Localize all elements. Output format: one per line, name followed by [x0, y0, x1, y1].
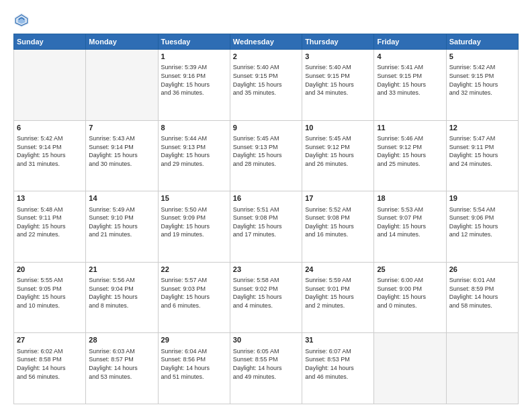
calendar-cell: 17Sunrise: 5:52 AMSunset: 9:08 PMDayligh…	[302, 191, 374, 263]
day-info: Sunset: 9:12 PM	[377, 143, 443, 152]
day-info: Daylight: 15 hours	[449, 151, 515, 160]
day-info: Sunrise: 5:44 AM	[161, 134, 227, 143]
day-info: and 33 minutes.	[377, 89, 443, 97]
day-info: and 24 minutes.	[449, 160, 515, 169]
calendar-cell: 13Sunrise: 5:48 AMSunset: 9:11 PMDayligh…	[14, 191, 86, 263]
header	[13, 12, 519, 28]
day-info: and 46 minutes.	[305, 373, 371, 381]
day-number: 25	[377, 265, 443, 275]
day-number: 24	[305, 265, 371, 275]
col-header-sunday: Sunday	[14, 34, 86, 50]
day-info: Sunrise: 5:58 AM	[233, 276, 299, 285]
week-row-3: 13Sunrise: 5:48 AMSunset: 9:11 PMDayligh…	[14, 191, 519, 263]
day-number: 12	[449, 123, 515, 133]
day-number: 31	[305, 335, 371, 345]
calendar-cell: 3Sunrise: 5:40 AMSunset: 9:15 PMDaylight…	[302, 50, 374, 121]
calendar-cell: 25Sunrise: 6:00 AMSunset: 9:00 PMDayligh…	[374, 262, 446, 333]
day-number: 19	[449, 193, 515, 203]
day-number: 5	[449, 52, 515, 62]
day-info: Sunset: 8:59 PM	[449, 285, 515, 293]
calendar-cell: 21Sunrise: 5:56 AMSunset: 9:04 PMDayligh…	[86, 262, 158, 333]
day-info: and 8 minutes.	[89, 302, 154, 310]
calendar-cell: 10Sunrise: 5:45 AMSunset: 9:12 PMDayligh…	[302, 120, 374, 191]
day-info: and 30 minutes.	[89, 160, 154, 169]
day-info: and 51 minutes.	[161, 373, 227, 381]
logo-icon	[13, 12, 30, 28]
day-info: Sunrise: 5:41 AM	[377, 63, 443, 72]
day-number: 13	[17, 193, 83, 203]
day-info: Sunset: 9:14 PM	[17, 143, 83, 152]
calendar-cell: 12Sunrise: 5:47 AMSunset: 9:11 PMDayligh…	[446, 120, 518, 191]
day-info: Sunset: 8:53 PM	[305, 355, 371, 364]
day-info: Sunset: 8:57 PM	[89, 355, 154, 364]
day-info: and 58 minutes.	[449, 302, 515, 310]
day-info: Daylight: 15 hours	[161, 151, 227, 160]
day-info: Daylight: 15 hours	[305, 81, 371, 89]
day-number: 17	[305, 193, 371, 203]
calendar-cell: 29Sunrise: 6:04 AMSunset: 8:56 PMDayligh…	[158, 333, 230, 404]
day-info: and 36 minutes.	[161, 89, 227, 97]
day-number: 9	[233, 123, 299, 133]
day-info: Sunset: 9:00 PM	[377, 285, 443, 293]
day-info: Daylight: 15 hours	[377, 81, 443, 89]
day-info: and 22 minutes.	[17, 230, 83, 239]
calendar-table: SundayMondayTuesdayWednesdayThursdayFrid…	[13, 34, 519, 404]
day-info: Daylight: 15 hours	[17, 293, 83, 302]
day-info: Sunrise: 5:49 AM	[89, 205, 154, 214]
day-number: 11	[377, 123, 443, 133]
day-number: 6	[17, 123, 83, 133]
col-header-wednesday: Wednesday	[230, 34, 302, 50]
day-info: Daylight: 14 hours	[449, 293, 515, 302]
day-number: 18	[377, 193, 443, 203]
calendar-cell: 27Sunrise: 6:02 AMSunset: 8:58 PMDayligh…	[14, 333, 86, 404]
day-info: Daylight: 15 hours	[233, 222, 299, 231]
day-info: and 21 minutes.	[89, 230, 154, 239]
day-info: Sunset: 9:15 PM	[449, 72, 515, 81]
day-info: Sunset: 9:11 PM	[17, 214, 83, 222]
calendar-cell: 8Sunrise: 5:44 AMSunset: 9:13 PMDaylight…	[158, 120, 230, 191]
day-info: and 2 minutes.	[305, 302, 371, 310]
day-info: Daylight: 15 hours	[377, 151, 443, 160]
calendar-cell: 31Sunrise: 6:07 AMSunset: 8:53 PMDayligh…	[302, 333, 374, 404]
day-info: Daylight: 15 hours	[17, 222, 83, 231]
day-info: Sunset: 9:15 PM	[233, 72, 299, 81]
day-info: Daylight: 15 hours	[89, 151, 154, 160]
day-info: and 16 minutes.	[305, 230, 371, 239]
day-info: Sunrise: 6:03 AM	[89, 347, 154, 356]
day-info: and 56 minutes.	[17, 373, 83, 381]
day-info: Sunset: 9:11 PM	[449, 143, 515, 152]
day-info: Sunrise: 5:40 AM	[233, 63, 299, 72]
calendar-cell: 5Sunrise: 5:42 AMSunset: 9:15 PMDaylight…	[446, 50, 518, 121]
calendar-cell: 23Sunrise: 5:58 AMSunset: 9:02 PMDayligh…	[230, 262, 302, 333]
day-info: Sunset: 9:15 PM	[377, 72, 443, 81]
calendar-cell: 14Sunrise: 5:49 AMSunset: 9:10 PMDayligh…	[86, 191, 158, 263]
day-info: Daylight: 15 hours	[305, 222, 371, 231]
calendar-cell: 30Sunrise: 6:05 AMSunset: 8:55 PMDayligh…	[230, 333, 302, 404]
day-info: Sunset: 9:04 PM	[89, 285, 154, 293]
day-info: Sunrise: 6:01 AM	[449, 276, 515, 285]
day-info: and 14 minutes.	[377, 230, 443, 239]
col-header-saturday: Saturday	[446, 34, 518, 50]
day-info: Sunrise: 5:46 AM	[377, 134, 443, 143]
day-info: and 28 minutes.	[233, 160, 299, 169]
calendar-cell	[86, 50, 158, 121]
calendar-cell: 22Sunrise: 5:57 AMSunset: 9:03 PMDayligh…	[158, 262, 230, 333]
day-info: Sunrise: 5:52 AM	[305, 205, 371, 214]
day-number: 30	[233, 335, 299, 345]
day-number: 20	[17, 265, 83, 275]
day-info: Sunrise: 5:47 AM	[449, 134, 515, 143]
day-info: Sunrise: 5:43 AM	[89, 134, 154, 143]
day-info: Sunrise: 6:05 AM	[233, 347, 299, 356]
day-info: and 19 minutes.	[161, 230, 227, 239]
day-number: 22	[161, 265, 227, 275]
day-info: Sunset: 8:58 PM	[17, 355, 83, 364]
day-info: Sunset: 9:05 PM	[17, 285, 83, 293]
day-info: Daylight: 15 hours	[377, 222, 443, 231]
calendar-cell: 28Sunrise: 6:03 AMSunset: 8:57 PMDayligh…	[86, 333, 158, 404]
day-info: and 35 minutes.	[233, 89, 299, 97]
col-header-tuesday: Tuesday	[158, 34, 230, 50]
day-info: Sunrise: 5:56 AM	[89, 276, 154, 285]
calendar-cell	[374, 333, 446, 404]
calendar-cell: 6Sunrise: 5:42 AMSunset: 9:14 PMDaylight…	[14, 120, 86, 191]
calendar-cell: 20Sunrise: 5:55 AMSunset: 9:05 PMDayligh…	[14, 262, 86, 333]
